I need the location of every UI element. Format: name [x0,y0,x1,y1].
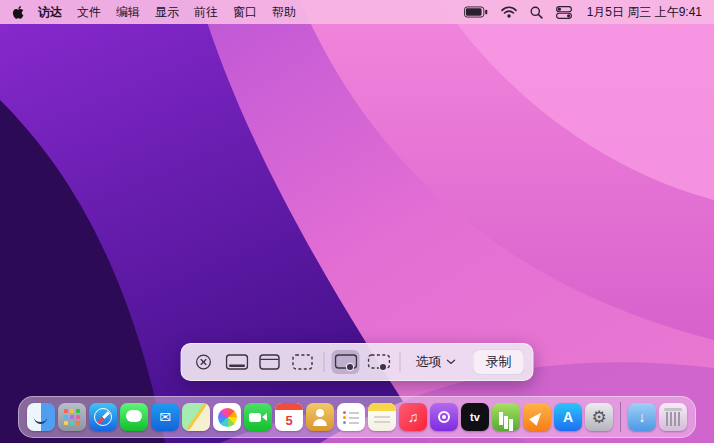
downloads-icon-glyph: ↓ [639,410,646,424]
calendar-icon-glyph: 5 [285,414,292,427]
dock: ✉5♫tvA⚙↓ [18,396,696,438]
dock-item-downloads[interactable]: ↓ [628,403,656,431]
dock-item-finder[interactable] [27,403,55,431]
dock-separator [620,402,621,432]
dock-item-notes[interactable] [368,403,396,431]
dock-item-calendar[interactable]: 5 [275,403,303,431]
menu-go[interactable]: 前往 [194,4,218,21]
record-entire-screen-button[interactable] [332,350,360,374]
capture-selected-window-button[interactable] [256,350,284,374]
dock-item-messages[interactable] [120,403,148,431]
record-entire-screen-icon [334,353,357,372]
dock-item-numbers[interactable] [492,403,520,431]
screenshot-toolbar: 选项 录制 [181,343,534,381]
options-label: 选项 [416,353,442,371]
menu-view[interactable]: 显示 [155,4,179,21]
close-button[interactable] [190,350,218,374]
dock-item-contacts[interactable] [306,403,334,431]
menu-file[interactable]: 文件 [77,4,101,21]
record-button[interactable]: 录制 [473,349,525,375]
dock-item-trash[interactable] [659,403,687,431]
close-icon [195,353,213,371]
dock-item-mail[interactable]: ✉ [151,403,179,431]
wifi-icon[interactable] [501,6,517,18]
dock-item-maps[interactable] [182,403,210,431]
dock-item-music[interactable]: ♫ [399,403,427,431]
spotlight-icon[interactable] [530,6,543,19]
tv-icon-glyph: tv [470,412,480,423]
control-center-icon[interactable] [556,6,572,19]
toolbar-divider [324,352,325,372]
dock-item-tv[interactable]: tv [461,403,489,431]
menubar-clock[interactable]: 1月5日 周三 上午9:41 [587,4,702,21]
chevron-down-icon [447,359,456,365]
menu-finder[interactable]: 访达 [38,4,62,21]
toolbar-divider [400,352,401,372]
battery-icon[interactable] [464,6,488,18]
dock-item-podcasts[interactable] [430,403,458,431]
apple-menu[interactable] [12,5,25,20]
capture-selected-portion-icon [292,353,314,371]
mail-icon-glyph: ✉ [159,410,171,424]
record-selected-portion-button[interactable] [365,350,393,374]
dock-item-photos[interactable] [213,403,241,431]
menu-window[interactable]: 窗口 [233,4,257,21]
dock-item-appstore[interactable]: A [554,403,582,431]
settings-icon-glyph: ⚙ [591,409,606,426]
appstore-icon-glyph: A [563,410,573,424]
dock-item-launchpad[interactable] [58,403,86,431]
dock-item-safari[interactable] [89,403,117,431]
options-button[interactable]: 选项 [408,351,464,373]
menu-help[interactable]: 帮助 [272,4,296,21]
desktop: 访达 文件 编辑 显示 前往 窗口 帮助 [0,0,714,443]
dock-item-settings[interactable]: ⚙ [585,403,613,431]
dock-item-pages[interactable] [523,403,551,431]
music-icon-glyph: ♫ [408,410,419,424]
dock-item-reminders[interactable] [337,403,365,431]
capture-entire-screen-icon [225,353,248,371]
capture-entire-screen-button[interactable] [223,350,251,374]
capture-selected-portion-button[interactable] [289,350,317,374]
apple-icon [12,5,25,20]
menu-bar: 访达 文件 编辑 显示 前往 窗口 帮助 [0,0,714,24]
status-area: 1月5日 周三 上午9:41 [464,4,702,21]
capture-selected-window-icon [259,353,281,371]
record-selected-portion-icon [367,353,390,372]
dock-item-facetime[interactable] [244,403,272,431]
menu-edit[interactable]: 编辑 [116,4,140,21]
